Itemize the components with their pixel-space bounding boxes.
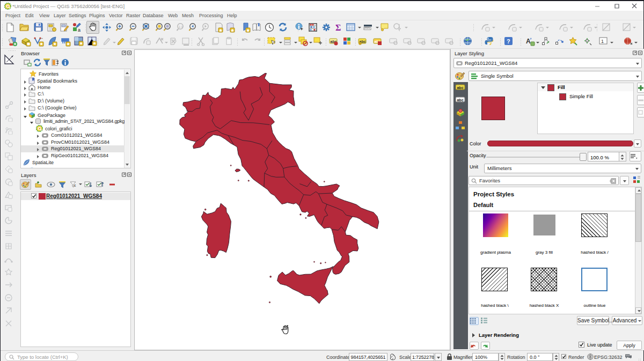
svg-text:1:1: 1:1 (179, 25, 184, 28)
svg-text:ε: ε (74, 183, 76, 188)
svg-text:A: A (526, 38, 531, 45)
svg-text:abc: abc (457, 98, 463, 102)
svg-text:1: 1 (601, 39, 604, 44)
svg-text:abc: abc (457, 86, 463, 90)
svg-text:?: ? (507, 38, 510, 45)
svg-text:Σ: Σ (335, 23, 341, 32)
svg-text:a: a (78, 27, 80, 32)
